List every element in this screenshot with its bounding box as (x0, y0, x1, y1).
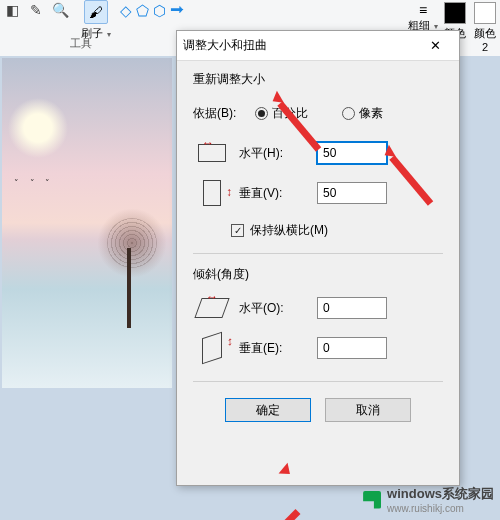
skew-v-row: ↕ 垂直(E): (193, 333, 443, 363)
tools-section-label: 工具 (70, 36, 92, 51)
color-picker-icon[interactable]: ✎ (26, 0, 46, 20)
watermark-logo-icon (363, 491, 381, 509)
maintain-aspect-checkbox[interactable]: ✓ 保持纵横比(M) (231, 222, 328, 239)
diamond-shape-icon[interactable]: ◇ (120, 2, 132, 20)
ok-button[interactable]: 确定 (225, 398, 311, 422)
skew-v-label: 垂直(E): (239, 340, 309, 357)
ok-button-label: 确定 (256, 402, 280, 419)
resize-section-title: 重新调整大小 (193, 71, 443, 88)
vertical-skew-icon: ↕ (193, 334, 231, 362)
watermark: windows系统家园 www.ruishikj.com (363, 485, 494, 514)
radio-pixels-label: 像素 (359, 105, 383, 122)
horizontal-skew-icon: ↔ (193, 294, 231, 322)
skew-h-row: ↔ 水平(O): (193, 293, 443, 323)
checkbox-icon: ✓ (231, 224, 244, 237)
dialog-title: 调整大小和扭曲 (183, 37, 417, 54)
resize-h-label: 水平(H): (239, 145, 309, 162)
cancel-button[interactable]: 取消 (325, 398, 411, 422)
resize-h-row: ↔ 水平(H): (193, 138, 443, 168)
color2-label: 颜色 2 (470, 26, 500, 53)
section-divider (193, 253, 443, 254)
ribbon-tools-peek: ◧ ✎ 🔍 (0, 0, 70, 20)
birds-decor: ˅ ˅ ˅ (14, 178, 54, 188)
skew-section-title: 倾斜(角度) (193, 266, 443, 283)
hexagon-shape-icon[interactable]: ⬡ (153, 2, 166, 20)
canvas-image[interactable]: ˅ ˅ ˅ (2, 58, 172, 388)
radio-dot-icon (255, 107, 268, 120)
section-divider (193, 381, 443, 382)
shapes-group[interactable]: ◇ ⬠ ⬡ ⮕ (120, 0, 185, 20)
radio-dot-icon (342, 107, 355, 120)
resize-skew-dialog: 调整大小和扭曲 ✕ 重新调整大小 依据(B): 百分比 像素 ↔ 水平(H): (176, 30, 460, 486)
resize-v-label: 垂直(V): (239, 185, 309, 202)
resize-section: 重新调整大小 依据(B): 百分比 像素 ↔ 水平(H): ↕ 垂直 (177, 61, 459, 251)
by-row: 依据(B): 百分比 像素 (193, 98, 443, 128)
line-weight-group[interactable]: ≡ 粗细 ▾ (406, 0, 440, 33)
watermark-text: windows系统家园 (387, 485, 494, 503)
cancel-button-label: 取消 (356, 402, 380, 419)
skew-section: 倾斜(角度) ↔ 水平(O): ↕ 垂直(E): (177, 256, 459, 379)
radio-percentage[interactable]: 百分比 (255, 105, 308, 122)
tree-decor (97, 208, 167, 328)
vertical-resize-icon: ↕ (193, 179, 231, 207)
resize-horizontal-input[interactable] (317, 142, 387, 164)
radio-percentage-label: 百分比 (272, 105, 308, 122)
skew-vertical-input[interactable] (317, 337, 387, 359)
brush-icon: 🖌 (84, 0, 108, 24)
skew-h-label: 水平(O): (239, 300, 309, 317)
color2-group[interactable]: 颜色 2 (470, 0, 500, 53)
color1-swatch (444, 2, 466, 24)
arrow-right-shape-icon[interactable]: ⮕ (170, 2, 185, 20)
dialog-buttons: 确定 取消 (177, 384, 459, 422)
magnifier-icon[interactable]: 🔍 (50, 0, 70, 20)
horizontal-resize-icon: ↔ (193, 139, 231, 167)
dialog-titlebar[interactable]: 调整大小和扭曲 ✕ (177, 31, 459, 61)
skew-horizontal-input[interactable] (317, 297, 387, 319)
resize-v-row: ↕ 垂直(V): (193, 178, 443, 208)
by-label: 依据(B): (193, 105, 247, 122)
watermark-url: www.ruishikj.com (387, 503, 494, 514)
chevron-down-icon: ▾ (107, 30, 111, 39)
pentagon-shape-icon[interactable]: ⬠ (136, 2, 149, 20)
brush-group[interactable]: 🖌 刷子 ▾ (78, 0, 114, 41)
color2-swatch (474, 2, 496, 24)
eraser-icon[interactable]: ◧ (2, 0, 22, 20)
resize-vertical-input[interactable] (317, 182, 387, 204)
radio-pixels[interactable]: 像素 (342, 105, 383, 122)
maintain-aspect-label: 保持纵横比(M) (250, 222, 328, 239)
close-button[interactable]: ✕ (417, 34, 453, 58)
